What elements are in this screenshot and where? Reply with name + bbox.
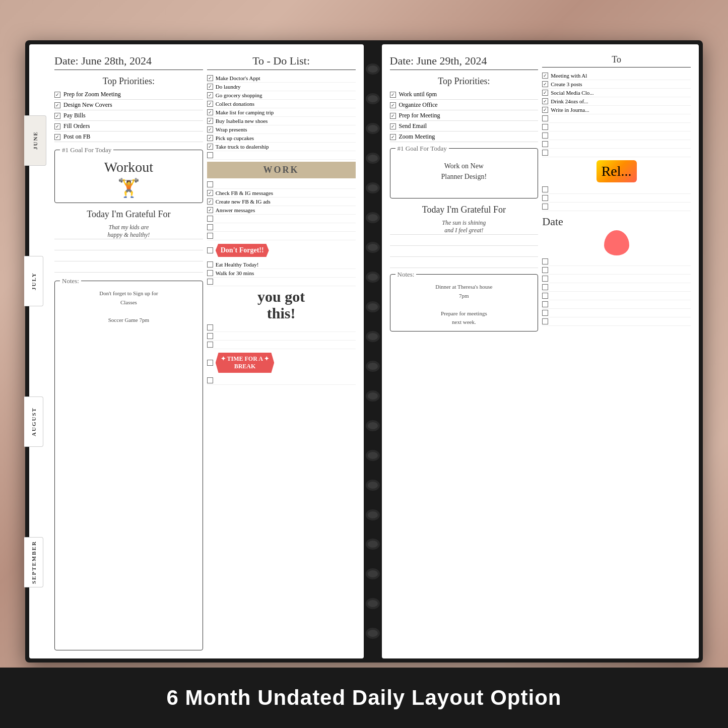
r-priority-1-cb[interactable] (390, 92, 396, 98)
priority-3-checkbox[interactable] (54, 113, 60, 119)
todo-14-cb[interactable] (207, 207, 213, 213)
todo-18-cb[interactable] (207, 261, 213, 268)
spine-tab-august[interactable]: AUGUST (24, 396, 43, 447)
right-priorities: Top Priorities: Work until 6pm Organize … (390, 76, 539, 142)
rtodo-16-cb[interactable] (542, 276, 548, 282)
rtodo-7-cb[interactable] (542, 124, 548, 130)
todo-15 (207, 215, 356, 223)
spine-tab-june[interactable]: JUNE (24, 115, 46, 166)
todo-4-cb[interactable] (207, 101, 213, 107)
todo-19-cb[interactable] (207, 270, 213, 276)
priority-2-checkbox[interactable] (54, 102, 60, 108)
todo-11 (207, 180, 356, 189)
todo-9-cb[interactable] (207, 144, 213, 150)
rtodo-13-cb[interactable] (542, 204, 548, 210)
r-priority-5: Zoom Meeting (390, 133, 539, 142)
todo-17-cb[interactable] (207, 233, 213, 239)
rtodo-4-cb[interactable] (542, 98, 548, 104)
time-break-cb[interactable] (207, 360, 213, 366)
todo-8-cb[interactable] (207, 135, 213, 141)
rtodo-21-cb[interactable] (542, 318, 548, 324)
todo-1: Make Doctor's Appt (207, 74, 356, 83)
rtodo-5-cb[interactable] (542, 107, 548, 113)
rtodo-15 (542, 266, 691, 275)
spiral-binding (364, 44, 382, 658)
r-priority-2-cb[interactable] (390, 102, 396, 108)
rtodo-2-cb[interactable] (542, 81, 548, 87)
rtodo-17 (542, 283, 691, 292)
todo-24-cb[interactable] (207, 377, 213, 383)
background: JUNE JULY AUGUST SEPTEMBER Date: June 28… (0, 0, 728, 728)
r-priority-3-cb[interactable] (390, 113, 396, 119)
spiral-ring-19 (366, 598, 380, 609)
todo-15-cb[interactable] (207, 216, 213, 222)
rtodo-15-cb[interactable] (542, 267, 548, 273)
rtodo-14 (542, 257, 691, 266)
spiral-ring-13 (366, 420, 380, 431)
todo-11-cb[interactable] (207, 181, 213, 187)
rtodo-20-cb[interactable] (542, 310, 548, 316)
todo-1-cb[interactable] (207, 75, 213, 81)
rtodo-1-cb[interactable] (542, 73, 548, 79)
priority-3-text: Pay Bills (63, 112, 86, 119)
right-page: Date: June 29th, 2024 Top Priorities: Wo… (382, 44, 699, 658)
left-notes-box: Notes: Don't forget to Sign up forClasse… (54, 281, 203, 650)
todo-13-cb[interactable] (207, 198, 213, 205)
rtodo-11-cb[interactable] (542, 186, 548, 192)
you-got-this: you gotthis! (207, 288, 356, 321)
spiral-ring-11 (366, 361, 380, 372)
rtodo-6-cb[interactable] (542, 115, 548, 121)
rtodo-3-cb[interactable] (542, 90, 548, 96)
r-priority-3: Prep for Meeting (390, 112, 539, 121)
priority-4: Fill Orders (54, 122, 203, 131)
todo-16-cb[interactable] (207, 224, 213, 230)
todo-9: Take truck to dealership (207, 143, 356, 151)
todo-5-cb[interactable] (207, 109, 213, 115)
r-priority-5-cb[interactable] (390, 134, 396, 140)
rtodo-21 (542, 317, 691, 326)
spiral-ring-10 (366, 331, 380, 342)
rtodo-12-cb[interactable] (542, 195, 548, 201)
left-todo: To - Do List: Make Doctor's Appt Do laun… (207, 54, 356, 650)
rtodo-18-cb[interactable] (542, 293, 548, 299)
todo-3-cb[interactable] (207, 92, 213, 98)
priority-1-checkbox[interactable] (54, 92, 60, 98)
r-priority-4-cb[interactable] (390, 123, 396, 129)
rtodo-8 (542, 131, 691, 140)
spine-tab-september[interactable]: SEPTEMBER (24, 537, 43, 587)
left-priorities: Top Priorities: Prep for Zoom Meeting De… (54, 76, 203, 144)
rtodo-14-cb[interactable] (542, 258, 548, 264)
rtodo-19-cb[interactable] (542, 301, 548, 307)
todo-19-text: Walk for 30 mins (216, 270, 254, 276)
todo-12-cb[interactable] (207, 190, 213, 196)
rtodo-8-cb[interactable] (542, 133, 548, 139)
priority-4-checkbox[interactable] (54, 123, 60, 129)
todo-23-cb[interactable] (207, 342, 213, 348)
todo-20 (207, 278, 356, 286)
spiral-ring-8 (366, 272, 380, 283)
rtodo-17-cb[interactable] (542, 284, 548, 290)
rtodo-9 (542, 140, 691, 149)
todo-10-cb[interactable] (207, 152, 213, 158)
dumbbell-icon: 🏋️ (59, 177, 198, 198)
todo-2-cb[interactable] (207, 84, 213, 90)
todo-7-cb[interactable] (207, 126, 213, 133)
rtodo-9-cb[interactable] (542, 141, 548, 147)
todo-6-cb[interactable] (207, 118, 213, 124)
todo-14-text: Answer messages (216, 207, 255, 213)
rtodo-10-cb[interactable] (542, 150, 548, 156)
todo-17 (207, 232, 356, 240)
todo-19: Walk for 30 mins (207, 269, 356, 278)
todo-21-cb[interactable] (207, 324, 213, 330)
todo-12-text: Check FB & IG messages (216, 190, 273, 196)
todo-24 (207, 376, 356, 385)
priority-5-checkbox[interactable] (54, 134, 60, 140)
left-grateful: Today I'm Grateful For That my kids areh… (54, 209, 203, 275)
todo-22-cb[interactable] (207, 333, 213, 339)
spine-tab-july[interactable]: JULY (24, 256, 43, 306)
todo-7: Wrap presents (207, 125, 356, 134)
priority-2: Design New Covers (54, 101, 203, 110)
todo-20-cb[interactable] (207, 279, 213, 285)
right-page-main: Date: June 29th, 2024 Top Priorities: Wo… (390, 54, 539, 650)
dont-forget-cb[interactable] (207, 247, 213, 253)
